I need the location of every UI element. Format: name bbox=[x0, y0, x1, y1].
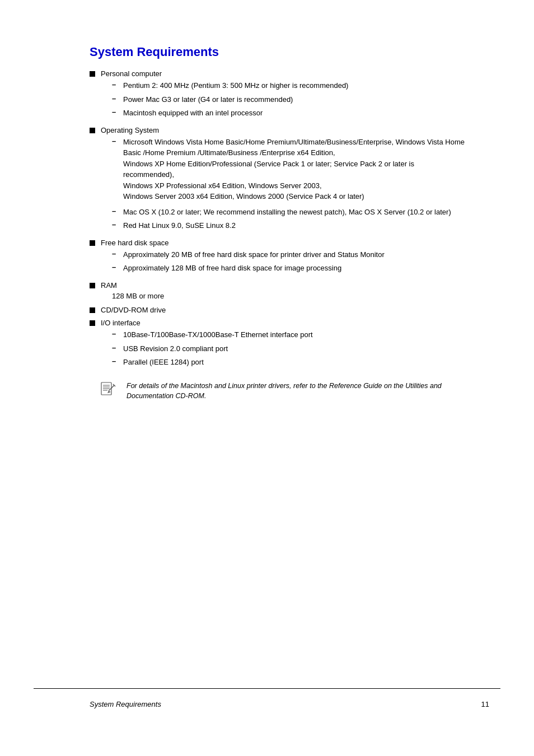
ram-detail: 128 MB or more bbox=[112, 291, 467, 302]
sub-list: – 10Base-T/100Base-TX/1000Base-T Etherne… bbox=[112, 329, 467, 368]
list-item: Free hard disk space – Approximately 20 … bbox=[90, 239, 467, 277]
footer: System Requirements 11 bbox=[0, 700, 534, 708]
sub-item-text: USB Revision 2.0 compliant port bbox=[123, 343, 467, 354]
dash-icon: – bbox=[112, 220, 119, 228]
main-list: Personal computer – Pentium 2: 400 MHz (… bbox=[90, 69, 467, 371]
list-item: – Approximately 20 MB of free hard disk … bbox=[112, 249, 467, 260]
dash-icon: – bbox=[112, 108, 119, 116]
list-item: RAM 128 MB or more bbox=[90, 281, 467, 302]
bullet-icon bbox=[90, 307, 95, 313]
item-label: I/O interface bbox=[101, 319, 140, 327]
list-item: CD/DVD-ROM drive bbox=[90, 306, 467, 314]
list-item: – Macintosh equipped with an intel proce… bbox=[112, 108, 467, 119]
dash-icon: – bbox=[112, 329, 119, 338]
item-content: Operating System – Microsoft Windows Vis… bbox=[101, 126, 467, 234]
sub-list: – Microsoft Windows Vista Home Basic/Hom… bbox=[112, 137, 467, 231]
sub-item-text: Microsoft Windows Vista Home Basic/Home … bbox=[123, 137, 467, 202]
dash-icon: – bbox=[112, 357, 119, 365]
item-label: Operating System bbox=[101, 126, 159, 134]
bullet-icon bbox=[90, 283, 95, 288]
list-item: – USB Revision 2.0 compliant port bbox=[112, 343, 467, 354]
item-label: CD/DVD-ROM drive bbox=[101, 306, 166, 314]
page: System Requirements Personal computer – … bbox=[0, 0, 534, 756]
sub-item-text: Pentium 2: 400 MHz (Pentium 3: 500 MHz o… bbox=[123, 80, 467, 91]
section-title: System Requirements bbox=[90, 45, 467, 59]
list-item: – Power Mac G3 or later (G4 or later is … bbox=[112, 94, 467, 105]
note-svg-icon bbox=[101, 382, 121, 398]
sub-item-text: Red Hat Linux 9.0, SuSE Linux 8.2 bbox=[123, 220, 467, 231]
bullet-icon bbox=[90, 240, 95, 246]
dash-icon: – bbox=[112, 249, 119, 258]
sub-list: – Approximately 20 MB of free hard disk … bbox=[112, 249, 467, 274]
list-item: – Red Hat Linux 9.0, SuSE Linux 8.2 bbox=[112, 220, 467, 231]
footer-section-name: System Requirements bbox=[90, 700, 161, 708]
sub-item-text: Approximately 20 MB of free hard disk sp… bbox=[123, 249, 467, 260]
sub-item-text: Approximately 128 MB of free hard disk s… bbox=[123, 263, 467, 274]
dash-icon: – bbox=[112, 263, 119, 271]
list-item: I/O interface – 10Base-T/100Base-TX/1000… bbox=[90, 319, 467, 371]
item-content: Personal computer – Pentium 2: 400 MHz (… bbox=[101, 69, 467, 122]
sub-item-text: 10Base-T/100Base-TX/1000Base-T Ethernet … bbox=[123, 329, 467, 340]
note-text: For details of the Macintosh and Linux p… bbox=[127, 381, 467, 402]
list-item: – Pentium 2: 400 MHz (Pentium 3: 500 MHz… bbox=[112, 80, 467, 91]
list-item: – Parallel (IEEE 1284) port bbox=[112, 357, 467, 368]
sub-item-text: Power Mac G3 or later (G4 or later is re… bbox=[123, 94, 467, 105]
item-content: CD/DVD-ROM drive bbox=[101, 306, 467, 314]
dash-icon: – bbox=[112, 207, 119, 215]
dash-icon: – bbox=[112, 343, 119, 352]
sub-list: – Pentium 2: 400 MHz (Pentium 3: 500 MHz… bbox=[112, 80, 467, 119]
list-item: Operating System – Microsoft Windows Vis… bbox=[90, 126, 467, 234]
list-item: – Microsoft Windows Vista Home Basic/Hom… bbox=[112, 137, 467, 202]
item-content: Free hard disk space – Approximately 20 … bbox=[101, 239, 467, 277]
dash-icon: – bbox=[112, 80, 119, 88]
list-item: – Approximately 128 MB of free hard disk… bbox=[112, 263, 467, 274]
bullet-icon bbox=[90, 71, 95, 77]
bullet-icon bbox=[90, 320, 95, 326]
footer-divider bbox=[34, 688, 500, 689]
list-item: – 10Base-T/100Base-TX/1000Base-T Etherne… bbox=[112, 329, 467, 340]
dash-icon: – bbox=[112, 94, 119, 102]
note-box: For details of the Macintosh and Linux p… bbox=[101, 381, 467, 402]
list-item: – Mac OS X (10.2 or later; We recommend … bbox=[112, 207, 467, 218]
item-content: I/O interface – 10Base-T/100Base-TX/1000… bbox=[101, 319, 467, 371]
dash-icon: – bbox=[112, 137, 119, 145]
sub-item-text: Macintosh equipped with an intel process… bbox=[123, 108, 467, 119]
list-item: Personal computer – Pentium 2: 400 MHz (… bbox=[90, 69, 467, 122]
footer-page-number: 11 bbox=[481, 700, 489, 708]
note-icon bbox=[101, 382, 121, 398]
sub-item-text: Mac OS X (10.2 or later; We recommend in… bbox=[123, 207, 467, 218]
svg-marker-6 bbox=[107, 391, 111, 393]
sub-item-text: Parallel (IEEE 1284) port bbox=[123, 357, 467, 368]
item-content: RAM 128 MB or more bbox=[101, 281, 467, 302]
item-label: RAM bbox=[101, 281, 117, 290]
item-label: Personal computer bbox=[101, 69, 162, 78]
bullet-icon bbox=[90, 128, 95, 133]
item-label: Free hard disk space bbox=[101, 239, 168, 247]
